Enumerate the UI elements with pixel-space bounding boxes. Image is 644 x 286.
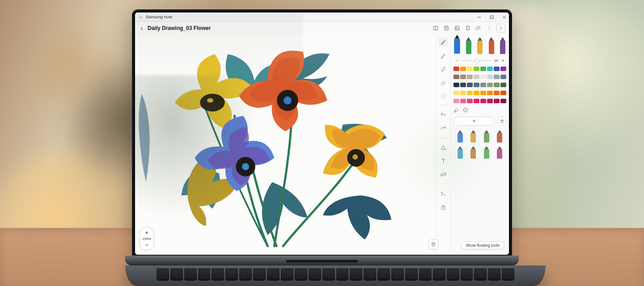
- color-swatch[interactable]: [453, 99, 459, 103]
- color-swatch[interactable]: [467, 91, 473, 95]
- color-swatch[interactable]: [500, 83, 506, 87]
- pen-preset[interactable]: [489, 37, 494, 54]
- color-swatch[interactable]: [494, 75, 500, 79]
- image-insert-icon[interactable]: [453, 25, 461, 32]
- reading-mode-icon[interactable]: [432, 25, 439, 32]
- favorite-pen[interactable]: [497, 146, 502, 159]
- titlebar-back-icon[interactable]: ←: [138, 14, 144, 20]
- app-title-label: Samsung Note: [146, 15, 173, 19]
- lock-canvas-icon[interactable]: [438, 202, 448, 212]
- color-swatch[interactable]: [467, 99, 473, 103]
- favorite-pen[interactable]: [484, 146, 489, 159]
- delete-favorite-button[interactable]: [497, 117, 506, 126]
- color-swatch[interactable]: [474, 99, 479, 103]
- pen-preset[interactable]: [454, 35, 460, 54]
- color-swatch[interactable]: [467, 83, 473, 87]
- color-wheel-icon[interactable]: [462, 107, 469, 113]
- zoom-in-button[interactable]: +: [142, 230, 151, 236]
- more-options-icon[interactable]: [486, 25, 493, 32]
- color-swatch[interactable]: [494, 91, 500, 95]
- pen-preset[interactable]: [466, 37, 471, 54]
- color-swatch[interactable]: [460, 67, 466, 71]
- color-swatch[interactable]: [487, 75, 493, 79]
- app-screen: ← Samsung Note ‹ Daily Drawing_03 Flower: [135, 13, 509, 255]
- brush-size-decrease[interactable]: −: [454, 58, 459, 63]
- color-swatch[interactable]: [460, 99, 466, 103]
- window-titlebar: ← Samsung Note: [135, 13, 509, 22]
- color-swatch[interactable]: [494, 99, 500, 103]
- brush-tool-icon[interactable]: [438, 64, 448, 74]
- color-swatch[interactable]: [480, 99, 486, 103]
- color-swatch[interactable]: [460, 83, 466, 87]
- color-swatch[interactable]: [480, 75, 486, 79]
- zoom-out-button[interactable]: −: [142, 242, 151, 248]
- highlighter-tool-icon[interactable]: [438, 50, 448, 60]
- color-swatch[interactable]: [474, 67, 479, 71]
- ruler-tool-icon[interactable]: [438, 169, 448, 179]
- page-manager-button[interactable]: [428, 240, 438, 249]
- text-tool-icon[interactable]: [438, 156, 448, 166]
- color-swatch[interactable]: [474, 91, 479, 95]
- color-swatch[interactable]: [460, 75, 466, 79]
- color-swatch[interactable]: [487, 67, 493, 71]
- favorite-pen[interactable]: [458, 146, 463, 159]
- color-swatch[interactable]: [500, 99, 506, 103]
- color-swatch[interactable]: [500, 75, 506, 79]
- color-swatch[interactable]: [480, 91, 486, 95]
- favorite-pen[interactable]: [470, 146, 476, 159]
- color-swatch[interactable]: [460, 91, 466, 95]
- flower-artwork: [135, 34, 436, 255]
- brush-size-increase[interactable]: +: [501, 58, 505, 63]
- pen-preset[interactable]: [477, 37, 483, 54]
- color-swatch[interactable]: [500, 91, 506, 95]
- shape-tool-icon[interactable]: [438, 143, 448, 152]
- pen-preset[interactable]: [500, 37, 505, 54]
- window-close-button[interactable]: [501, 15, 507, 19]
- color-swatch[interactable]: [487, 99, 493, 103]
- favorite-pen[interactable]: [470, 130, 476, 143]
- color-swatch[interactable]: [467, 67, 473, 71]
- brush-size-control: − 30 +: [453, 58, 506, 63]
- page-template-icon[interactable]: [443, 25, 450, 32]
- color-swatch[interactable]: [453, 83, 459, 87]
- pen-tool-icon[interactable]: [438, 37, 448, 47]
- color-swatch[interactable]: [487, 83, 493, 87]
- drawing-canvas[interactable]: + 150% −: [135, 34, 436, 255]
- color-swatch[interactable]: [467, 75, 473, 79]
- svg-point-13: [489, 29, 489, 30]
- color-swatch[interactable]: [500, 67, 506, 71]
- color-swatch[interactable]: [474, 75, 479, 79]
- laptop-hinge: [125, 256, 519, 265]
- selection-tool-icon[interactable]: [438, 91, 448, 101]
- window-minimize-button[interactable]: [476, 15, 482, 19]
- brush-size-slider[interactable]: [462, 60, 491, 61]
- back-button[interactable]: ‹: [139, 25, 145, 32]
- favorite-pen[interactable]: [458, 130, 463, 143]
- favorite-pen[interactable]: [484, 130, 489, 143]
- color-swatch[interactable]: [474, 83, 479, 87]
- undo-icon[interactable]: [438, 110, 448, 120]
- color-swatch[interactable]: [453, 75, 459, 79]
- add-favorite-button[interactable]: +: [453, 117, 495, 126]
- window-maximize-button[interactable]: [488, 15, 495, 19]
- show-floating-tools-button[interactable]: Show floating tools: [461, 241, 504, 249]
- color-swatch[interactable]: [453, 91, 459, 95]
- favorite-pen[interactable]: [497, 130, 502, 143]
- redo-icon[interactable]: [438, 123, 448, 133]
- vertical-toolstrip: [436, 34, 450, 255]
- svg-point-19: [352, 154, 358, 160]
- color-swatch[interactable]: [453, 67, 459, 71]
- color-swatch[interactable]: [494, 67, 500, 71]
- svg-point-12: [489, 28, 489, 28]
- color-swatch[interactable]: [480, 83, 486, 87]
- svg-point-24: [441, 192, 442, 193]
- forward-button[interactable]: [496, 24, 505, 33]
- easy-writing-icon[interactable]: [438, 189, 448, 198]
- eraser-tool-icon[interactable]: [438, 77, 448, 87]
- bookmark-icon[interactable]: [464, 25, 471, 32]
- attachment-icon[interactable]: [475, 25, 482, 32]
- color-swatch[interactable]: [487, 91, 493, 95]
- color-swatch[interactable]: [480, 67, 486, 71]
- eyedropper-icon[interactable]: [453, 107, 460, 113]
- color-swatch[interactable]: [494, 83, 500, 87]
